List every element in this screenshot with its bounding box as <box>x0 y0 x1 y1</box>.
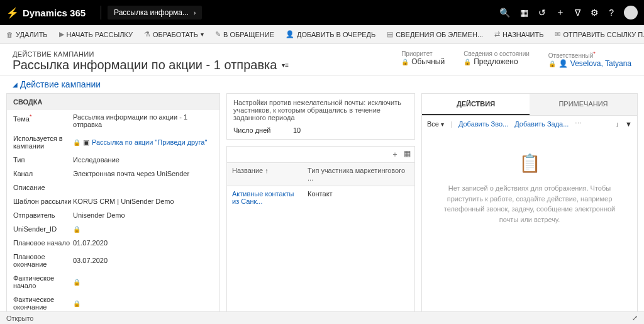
lock-icon: 🔒 <box>73 300 80 307</box>
delete-button[interactable]: 🗑УДАЛИТЬ <box>4 30 50 40</box>
campaign-icon: ▣ <box>83 138 89 147</box>
record-header: ДЕЙСТВИЕ КАМПАНИИ Рассылка информации по… <box>0 44 644 75</box>
campaign-field[interactable]: 🔒▣Рассылка по акции "Приведи друга" <box>73 135 213 150</box>
entity-label: ДЕЙСТВИЕ КАМПАНИИ <box>13 50 401 58</box>
priority-field: Приоритет 🔒Обычный <box>401 50 445 72</box>
planned-start-field[interactable]: 01.07.2020 <box>73 239 213 247</box>
start-mailing-button[interactable]: ▶НАЧАТЬ РАССЫЛКУ <box>57 29 135 40</box>
to-case-button[interactable]: ✎В ОБРАЩЕНИЕ <box>213 29 277 40</box>
details-icon: ▤ <box>387 30 393 38</box>
product-name: Dynamics 365 <box>23 8 86 18</box>
add-call-button[interactable]: Добавить Зво... <box>458 120 508 128</box>
actual-end-field[interactable]: 🔒 <box>73 296 213 311</box>
product-logo[interactable]: ⚡ Dynamics 365 <box>6 7 86 19</box>
summary-header: СВОДКА <box>7 94 219 110</box>
activities-panel: ДЕЙСТВИЯ ПРИМЕЧАНИЯ Все ▾ | Добавить Зво… <box>421 93 638 324</box>
link-icon: ✉ <box>555 30 560 38</box>
activities-empty: 📋 Нет записей о действиях для отображени… <box>422 131 637 243</box>
caret-icon: ◢ <box>13 81 18 88</box>
channel-field[interactable]: Электронная почта через UniSender <box>73 170 213 177</box>
search-icon[interactable]: 🔍 <box>499 8 510 18</box>
status-bar: Открыто ⤢ <box>0 311 644 324</box>
recent-icon[interactable]: ↺ <box>538 8 546 18</box>
lock-icon: 🔒 <box>73 139 80 146</box>
lock-icon: 🔒 <box>464 59 471 65</box>
top-icons: 🔍 ▦ ↺ ＋ ∇ ⚙ ? <box>499 6 638 20</box>
grid-col-type[interactable]: Тип участника маркетингового ... <box>303 163 414 186</box>
grid-row[interactable]: Активные контакты из Санк... Контакт <box>227 186 414 209</box>
template-field[interactable]: KORUS CRM | UniSender Demo <box>73 198 213 205</box>
owner-link[interactable]: Veselova, Tatyana <box>570 59 631 68</box>
grid-view-icon[interactable]: ▦ <box>404 149 411 160</box>
process-icon: ⚗ <box>144 30 150 38</box>
add-record-icon[interactable]: ＋ <box>391 149 399 160</box>
record-title: Рассылка информации по акции - 1 отправк… <box>13 58 401 72</box>
actual-start-field[interactable]: 🔒 <box>73 274 213 289</box>
top-bar: ⚡ Dynamics 365 Рассылка информа... › 🔍 ▦… <box>0 0 644 25</box>
lock-icon: 🔒 <box>73 279 80 286</box>
section-header[interactable]: ◢ Действие кампании <box>0 75 644 93</box>
days-field[interactable]: 10 <box>293 126 408 134</box>
ellipsis-icon[interactable]: ⋯ <box>575 120 582 128</box>
clipboard-icon: 📋 <box>435 150 625 177</box>
sort-icon[interactable]: ↓ <box>616 120 619 128</box>
filter-icon[interactable]: ∇ <box>575 8 580 18</box>
assign-icon: ⇄ <box>494 30 500 38</box>
desc-field[interactable] <box>73 184 213 191</box>
add-queue-button[interactable]: 👤ДОБАВИТЬ В ОЧЕРЕДЬ <box>283 29 378 40</box>
filter-icon[interactable]: ▼ <box>625 120 632 128</box>
play-icon: ▶ <box>59 30 64 38</box>
status-field: Сведения о состоянии 🔒Предложено <box>464 50 530 72</box>
summary-panel: СВОДКА Тема*Рассылка информации по акции… <box>6 93 220 324</box>
grid-col-name[interactable]: Название ↑ <box>227 163 303 186</box>
add-task-button[interactable]: Добавить Зада... <box>514 120 569 128</box>
uid-field[interactable]: 🔒 <box>73 225 213 233</box>
case-icon: ✎ <box>215 30 221 38</box>
gear-icon[interactable]: ⚙ <box>591 8 599 18</box>
title-dropdown-icon[interactable]: ▾≡ <box>282 62 289 69</box>
breadcrumb[interactable]: Рассылка информа... › <box>108 6 202 20</box>
spam-settings: Настройки против нежелательной почты: ис… <box>226 93 415 140</box>
add-icon[interactable]: ＋ <box>556 7 565 18</box>
queue-icon: 👤 <box>286 30 294 38</box>
help-icon[interactable]: ? <box>609 8 614 18</box>
expand-icon[interactable]: ⤢ <box>632 314 638 322</box>
chevron-down-icon: ▾ <box>201 31 204 38</box>
bolt-icon: ⚡ <box>6 7 19 19</box>
send-link-button[interactable]: ✉ОТПРАВИТЬ ССЫЛКУ П... <box>552 29 644 40</box>
command-bar: 🗑УДАЛИТЬ ▶НАЧАТЬ РАССЫЛКУ ⚗ОБРАБОТАТЬ▾ ✎… <box>0 25 644 44</box>
delete-icon: 🗑 <box>6 31 13 38</box>
details-button[interactable]: ▤СВЕДЕНИЯ ОБ ЭЛЕМЕН... <box>384 29 486 40</box>
lock-icon: 🔒 <box>401 59 409 65</box>
lock-icon: 🔒 <box>548 60 556 67</box>
owner-field: Ответственный* 🔒👤Veselova, Tatyana <box>548 50 631 72</box>
status-value: Открыто <box>6 315 33 322</box>
calendar-icon[interactable]: ▦ <box>520 8 528 18</box>
assign-button[interactable]: ⇄НАЗНАЧИТЬ <box>492 29 546 40</box>
divider <box>101 6 101 20</box>
tab-notes[interactable]: ПРИМЕЧАНИЯ <box>530 94 637 115</box>
breadcrumb-text: Рассылка информа... <box>114 8 189 17</box>
subject-field[interactable]: Рассылка информации по акции - 1 отправк… <box>73 113 213 128</box>
type-field[interactable]: Исследование <box>73 156 213 164</box>
chevron-right-icon: › <box>194 9 196 16</box>
marketing-lists-grid: ＋ ▦ Название ↑ Тип участника маркетингов… <box>226 146 415 324</box>
lock-icon: 🔒 <box>73 226 80 233</box>
avatar[interactable] <box>624 6 638 20</box>
tab-activities[interactable]: ДЕЙСТВИЯ <box>422 94 530 115</box>
planned-end-field[interactable]: 03.07.2020 <box>73 253 213 268</box>
sender-field[interactable]: Unisender Demo <box>73 211 213 219</box>
process-button[interactable]: ⚗ОБРАБОТАТЬ▾ <box>142 29 206 40</box>
user-icon: 👤 <box>558 59 568 68</box>
filter-all[interactable]: Все ▾ <box>427 120 444 128</box>
